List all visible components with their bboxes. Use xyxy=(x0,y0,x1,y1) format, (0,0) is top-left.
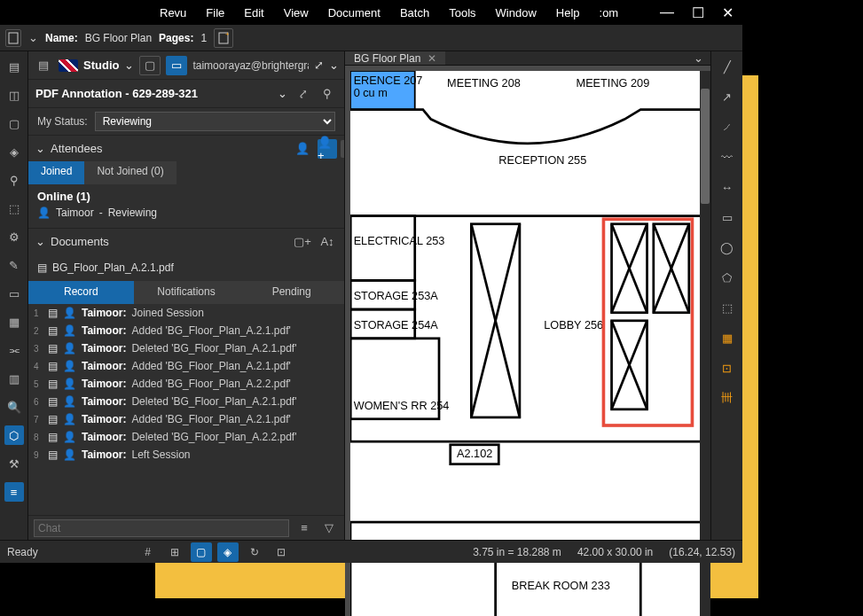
signatures-icon[interactable]: ✎ xyxy=(4,255,24,275)
menu-file[interactable]: File xyxy=(206,6,224,19)
tool-count-icon[interactable]: 卌 xyxy=(718,388,737,408)
documents-chevron-icon[interactable]: ⌄ xyxy=(35,235,45,248)
spaces-icon[interactable]: ⬚ xyxy=(4,199,24,218)
project-icon[interactable]: ▭ xyxy=(166,56,187,75)
menu-tools[interactable]: Tools xyxy=(449,6,475,19)
new-file-icon[interactable]: + xyxy=(214,28,233,48)
file-chevron-icon[interactable]: ⌄ xyxy=(28,31,38,44)
attendee-permission-icon[interactable]: 👤 xyxy=(293,139,312,159)
document-canvas[interactable]: ERENCE 207 0 cu m MEETING 208 MEETING 20… xyxy=(350,71,705,616)
menu-revu[interactable]: Revu xyxy=(160,6,186,19)
tool-polygon-icon[interactable]: ⬠ xyxy=(718,268,737,287)
tool-cloud-icon[interactable]: ⬚ xyxy=(718,298,737,317)
attendee-status: Reviewing xyxy=(108,207,157,219)
panel-chevron-icon[interactable]: ⌄ xyxy=(329,58,339,72)
studio-email: taimoorayaz@brightergraphics.co... xyxy=(192,59,309,72)
snap-content-icon[interactable]: ▢ xyxy=(191,542,212,562)
document-row[interactable]: ▤ BG_Floor_Plan_A.2.1.pdf xyxy=(37,258,335,277)
chat-input[interactable] xyxy=(34,519,289,537)
tab-not-joined[interactable]: Not Joined (0) xyxy=(84,161,176,184)
measurements-icon[interactable]: ▭ xyxy=(4,284,24,303)
record-user-icon: 👤 xyxy=(63,360,76,372)
chat-filter-icon[interactable]: ▽ xyxy=(319,519,339,538)
document-tab[interactable]: BG Floor Plan ✕ xyxy=(345,51,445,65)
record-row[interactable]: 7 ▤ 👤 Taimoor: Added 'BG_Floor_Plan_A.2.… xyxy=(28,410,344,428)
links-icon[interactable]: ⫘ xyxy=(4,340,24,360)
search-icon[interactable]: 🔍 xyxy=(4,397,24,417)
svg-text:STORAGE 253A: STORAGE 253A xyxy=(354,289,439,302)
menu-view[interactable]: View xyxy=(284,6,309,19)
close-tab-icon[interactable]: ✕ xyxy=(428,52,436,65)
record-doc-icon: ▤ xyxy=(48,342,58,355)
studio-icon[interactable]: ⬡ xyxy=(4,425,24,445)
tabs-chevron-icon[interactable]: ⌄ xyxy=(694,51,703,65)
markups-icon[interactable]: ▦ xyxy=(4,312,24,331)
tool-ellipse-icon[interactable]: ◯ xyxy=(718,238,737,257)
panel-doc-icon[interactable]: ▤ xyxy=(34,56,53,75)
tool-highlight-icon[interactable]: ▦ xyxy=(718,328,737,347)
invite-icon[interactable]: 👤+ Invite xyxy=(318,139,337,159)
menu-help[interactable]: Help xyxy=(556,6,580,19)
vertical-scrollbar[interactable] xyxy=(700,71,710,616)
tool-dimension-icon[interactable]: ↔ xyxy=(718,177,737,197)
session-settings-icon[interactable]: ⚲ xyxy=(318,84,337,104)
layers-icon[interactable]: ◈ xyxy=(4,142,24,161)
places-icon[interactable]: ⚲ xyxy=(4,170,24,190)
menu-batch[interactable]: Batch xyxy=(400,6,429,19)
tool-arrow-icon[interactable]: ↗ xyxy=(718,87,737,106)
menu-window[interactable]: Window xyxy=(496,6,537,19)
record-row[interactable]: 5 ▤ 👤 Taimoor: Added 'BG_Floor_Plan_A.2.… xyxy=(28,375,344,393)
status-select[interactable]: Reviewing xyxy=(95,112,335,131)
file-icon[interactable] xyxy=(5,29,21,47)
attendee-row[interactable]: 👤 Taimoor - Reviewing xyxy=(37,203,335,222)
scrollbar-thumb[interactable] xyxy=(701,89,710,204)
tool-rectangle-icon[interactable]: ▭ xyxy=(718,207,737,227)
add-document-icon[interactable]: ▢+ xyxy=(293,232,312,252)
bookmarks-icon[interactable]: ▢ xyxy=(4,113,24,133)
tool-callout-icon[interactable]: ⊡ xyxy=(718,358,737,378)
record-row[interactable]: 6 ▤ 👤 Taimoor: Deleted 'BG_Floor_Plan_A.… xyxy=(28,393,344,410)
maximize-icon[interactable]: ☐ xyxy=(692,4,704,21)
disconnect-icon[interactable]: ⤢ xyxy=(314,58,324,72)
minimize-icon[interactable]: — xyxy=(660,4,674,20)
record-row[interactable]: 2 ▤ 👤 Taimoor: Added 'BG_Floor_Plan_A.2.… xyxy=(28,322,344,339)
reuse-icon[interactable]: ↻ xyxy=(244,542,265,562)
tab-notifications[interactable]: Notifications xyxy=(134,281,239,304)
session-chevron-icon[interactable]: ⌄ xyxy=(278,87,287,100)
snap-markup-icon[interactable]: ◈ xyxy=(217,542,239,562)
settings-icon[interactable]: ⚙ xyxy=(4,227,24,246)
record-row[interactable]: 4 ▤ 👤 Taimoor: Added 'BG_Floor_Plan_A.2.… xyxy=(28,357,344,375)
document-name: BG_Floor_Plan_A.2.1.pdf xyxy=(52,261,174,274)
tab-record[interactable]: Record xyxy=(28,281,134,304)
session-icon[interactable]: ▢ xyxy=(139,56,161,75)
menu-edit[interactable]: Edit xyxy=(244,6,263,19)
record-row[interactable]: 3 ▤ 👤 Taimoor: Deleted 'BG_Floor_Plan_A.… xyxy=(28,339,344,357)
toolbox-icon[interactable]: ⚒ xyxy=(4,454,24,473)
file-name-value: BG Floor Plan xyxy=(85,32,152,44)
tab-joined[interactable]: Joined xyxy=(28,161,84,184)
snap-icon[interactable]: ⊞ xyxy=(164,542,185,562)
record-row[interactable]: 1 ▤ 👤 Taimoor: Joined Session xyxy=(28,304,344,322)
record-user-icon: 👤 xyxy=(63,342,76,355)
properties-icon[interactable]: ≡ xyxy=(4,482,24,502)
close-icon[interactable]: ✕ xyxy=(722,4,734,21)
attendees-chevron-icon[interactable]: ⌄ xyxy=(35,142,45,155)
studio-chevron-icon[interactable]: ⌄ xyxy=(124,58,134,72)
tool-line-icon[interactable]: ╱ xyxy=(718,57,737,76)
record-row[interactable]: 9 ▤ 👤 Taimoor: Left Session xyxy=(28,446,344,464)
sync-icon[interactable]: ⊡ xyxy=(271,542,292,562)
grid-icon[interactable]: # xyxy=(137,542,159,562)
sets-icon[interactable]: ▥ xyxy=(4,369,24,388)
tool-curve-icon[interactable]: 〰 xyxy=(718,147,737,167)
record-row[interactable]: 8 ▤ 👤 Taimoor: Deleted 'BG_Floor_Plan_A.… xyxy=(28,428,344,446)
chat-list-icon[interactable]: ≡ xyxy=(294,519,314,538)
leave-icon[interactable]: ⤤ xyxy=(293,84,312,104)
tab-pending[interactable]: Pending xyxy=(239,281,344,304)
file-access-icon[interactable]: ▤ xyxy=(4,57,24,76)
attendee-name: Taimoor xyxy=(56,207,94,219)
sort-icon[interactable]: A↕ xyxy=(318,232,337,252)
thumbnails-icon[interactable]: ◫ xyxy=(4,85,24,105)
svg-text:ERENCE 207: ERENCE 207 xyxy=(354,74,423,87)
tool-polyline-icon[interactable]: ⟋ xyxy=(718,117,737,136)
menu-document[interactable]: Document xyxy=(328,6,381,19)
